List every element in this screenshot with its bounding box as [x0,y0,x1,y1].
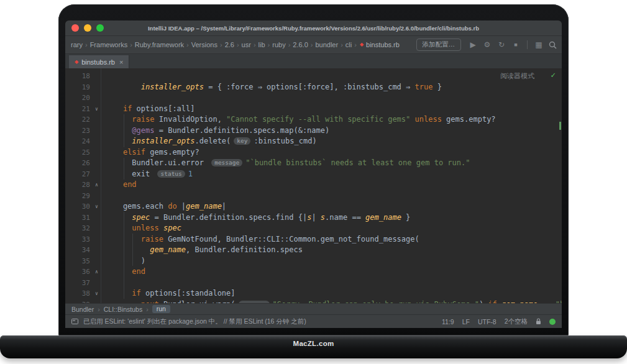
window-titlebar[interactable]: IntelliJ IDEA.app – /System/Library/Fram… [65,20,562,36]
ruby-file-icon: ◆ [75,60,78,65]
line-number: 20 [65,93,93,104]
code-text: spec = Bundler.definition.specs.find {|s… [101,212,410,224]
code-line[interactable]: 22 raise InvalidOption, "Cannot specify … [65,114,562,125]
breadcrumb-item[interactable]: bundler [315,41,338,48]
breadcrumb-item[interactable]: Frameworks [90,41,128,48]
fold-icon[interactable]: ∧ [93,180,101,191]
event-log-icon[interactable] [71,318,78,325]
fold-spacer [93,245,101,256]
update-project-icon[interactable]: ↻ [497,40,506,49]
breadcrumb-item[interactable]: Versions [191,41,217,48]
fold-spacer [93,212,101,224]
fold-icon[interactable]: ∨ [93,201,101,212]
breadcrumbs-bottom: Bundler › CLI::Binstubs › run [65,303,562,314]
encoding-widget[interactable]: UTF-8 [478,318,497,325]
breadcrumb-file[interactable]: ◆ binstubs.rb [360,41,400,48]
breadcrumb-item[interactable]: rary [71,41,83,48]
parameter-hint: status [157,170,185,178]
code-line[interactable]: 31 spec = Bundler.definition.specs.find … [65,212,562,224]
inspections-ok-icon[interactable]: ✓ [551,70,556,80]
breadcrumb-item[interactable]: 2.6.0 [293,41,308,48]
search-everywhere-icon[interactable] [549,41,557,49]
fold-icon[interactable]: ∧ [93,266,101,278]
close-window-button[interactable] [71,24,79,32]
line-number: 24 [65,136,93,147]
code-text: ) [101,256,145,267]
code-line[interactable]: 19 installer_opts = { :force ⇒ options[:… [65,82,562,93]
breadcrumb-item[interactable]: ruby [272,41,285,48]
breadcrumb-separator: › [186,41,189,48]
line-number: 34 [65,245,93,256]
code-line[interactable]: 18 [65,71,562,82]
line-separator-widget[interactable]: LF [462,318,470,325]
code-line[interactable]: 30∨ gems.each do |gem_name| [65,201,562,212]
minimize-window-button[interactable] [84,24,91,32]
code-area: 1819 installer_opts = { :force ⇒ options… [65,68,562,303]
add-configuration-button[interactable]: 添加配置… [416,39,462,51]
breadcrumb-item[interactable]: cli [346,41,352,48]
laptop-base: MacZL.com [0,335,627,358]
code-line[interactable]: 37 [65,278,562,289]
laptop-mockup: IntelliJ IDEA.app – /System/Library/Fram… [0,0,627,364]
fold-spacer [93,93,101,104]
readonly-lock-icon[interactable] [536,318,541,325]
code-line[interactable]: 24 installer_opts.delete(key:binstubs_cm… [65,136,562,147]
code-line[interactable]: 28∧ end [65,180,562,191]
fold-spacer [93,169,101,180]
breadcrumb-item[interactable]: Ruby.framework [135,41,184,48]
code-line[interactable]: 25 elsif gems.empty? [65,147,562,158]
fold-icon[interactable]: ∨ [93,104,101,115]
breadcrumb-item[interactable]: 2.6 [225,41,234,48]
status-message[interactable]: 已启用 ESLint: 'eslint' 列出在 package.json 中。… [83,317,306,326]
fold-spacer [93,125,101,137]
code-line[interactable]: 35 ) [65,256,562,267]
caret-position-widget[interactable]: 11:9 [442,318,454,325]
ide-status-indicator[interactable] [549,319,556,325]
parameter-hint: message [211,159,242,166]
line-number: 33 [65,234,93,245]
code-line[interactable]: 29 [65,191,562,202]
breadcrumb-separator: › [311,41,313,48]
breadcrumb-class[interactable]: CLI::Binstubs [104,306,142,313]
stop-icon[interactable]: ■ [511,40,520,49]
code-line[interactable]: 23 @gems = Bundler.definition.specs.map(… [65,125,562,137]
breadcrumb-item[interactable]: usr [242,41,251,48]
indent-widget[interactable]: 2个空格 [505,317,528,326]
code-line[interactable]: 21∨ if options[:all] [65,104,562,115]
editor-tab-binstubs[interactable]: ◆ binstubs.rb × [69,55,129,68]
breadcrumb-module[interactable]: Bundler [71,306,94,313]
ruby-file-icon: ◆ [360,42,364,47]
brand-text: MacZL.com [293,340,334,358]
fold-spacer [93,234,101,245]
code-line[interactable]: 26 Bundler.ui.error message"`bundle bins… [65,158,562,169]
breadcrumb-separator: › [354,41,357,48]
settings-gear-icon[interactable]: ⚙ [483,40,492,49]
code-text: if options[:all] [101,104,195,115]
breadcrumb-separator: › [254,41,256,48]
tab-close-icon[interactable]: × [119,58,123,66]
code-line[interactable]: 32 unless spec [65,223,562,234]
code-text: installer_opts = { :force ⇒ options[:for… [101,82,442,93]
fold-spacer [93,191,101,202]
code-line[interactable]: 27 exit status1 [65,169,562,180]
code-line[interactable]: 34 gem_name, Bundler.definition.specs [65,245,562,256]
code-line[interactable]: 36∧ end [65,266,562,278]
editor[interactable]: 1819 installer_opts = { :force ⇒ options… [65,68,562,303]
run-icon[interactable]: ▶ [469,40,477,49]
reader-mode-label[interactable]: 阅读器模式 [500,71,534,81]
zoom-window-button[interactable] [96,24,104,32]
editor-tab-bar: ◆ binstubs.rb × [65,54,562,68]
line-number: 37 [65,278,93,289]
breadcrumb-separator: › [85,41,88,48]
code-line[interactable]: 33 raise GemNotFound, Bundler::CLI::Comm… [65,234,562,245]
code-text: installer_opts.delete(key:binstubs_cmd) [101,136,317,147]
code-line[interactable]: 38∨ if options[:standalone] [65,288,562,299]
code-line[interactable]: 20 [65,93,562,104]
code-line[interactable]: 39 next Bundler.ui.warn(message"Sorry, B… [65,299,562,304]
tool-windows-icon[interactable]: ▦ [534,40,543,49]
breadcrumb-method-current[interactable]: run [152,305,170,313]
breadcrumb-separator: › [98,306,100,313]
breadcrumb-item[interactable]: lib [259,41,265,48]
fold-spacer [93,114,101,125]
fold-icon[interactable]: ∨ [93,288,101,299]
